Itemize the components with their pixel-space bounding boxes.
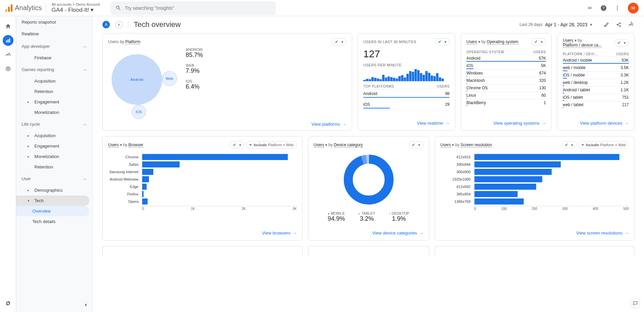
hbar-bar[interactable] <box>474 198 524 205</box>
filter-chip[interactable]: ⏷IncludePlatform = Web <box>578 141 629 149</box>
realtime-platform-row[interactable]: Android98 <box>363 89 450 100</box>
card-status-chip[interactable]: ✔▾ <box>562 141 577 149</box>
nav-section-lifecycle[interactable]: Life cycle︿ <box>16 118 93 130</box>
card-status-chip[interactable]: ✔▾ <box>435 38 450 45</box>
list-row[interactable]: web / tablet217 <box>563 101 629 108</box>
dimension-selector[interactable]: Platform <box>125 39 141 44</box>
list-row[interactable]: Windows674 <box>466 69 546 77</box>
nav-collapse-button[interactable] <box>83 302 89 308</box>
view-platform-devices-link[interactable]: View platform devices→ <box>580 121 629 126</box>
hbar-bar[interactable] <box>474 161 561 167</box>
search-box[interactable] <box>111 1 276 15</box>
list-row[interactable]: Android / mobile53K <box>563 57 629 64</box>
view-platforms-link[interactable]: View platforms→ <box>311 122 346 127</box>
rail-home[interactable] <box>3 21 13 32</box>
dimension-selector[interactable]: Device category <box>334 143 363 148</box>
filter-chip[interactable]: ⏷IncludePlatform = Web <box>246 141 297 149</box>
nav-tech[interactable]: ▾Tech <box>16 195 89 206</box>
rail-reports[interactable] <box>3 35 13 46</box>
nav-lc-engagement[interactable]: ▸Engagement <box>16 141 93 151</box>
hbar-bar[interactable] <box>142 198 148 205</box>
nav-games-acquisition[interactable]: Acquisition <box>16 76 93 86</box>
more-vert-icon[interactable] <box>614 5 620 11</box>
nav-tech-overview[interactable]: Overview <box>16 206 89 216</box>
product-logo[interactable]: Analytics <box>5 4 42 12</box>
metric-selector[interactable]: Users <box>563 38 573 43</box>
list-row[interactable]: iOS5K <box>466 62 546 69</box>
list-row[interactable]: Android57K <box>466 55 546 62</box>
bubble-android[interactable]: Android <box>112 54 162 105</box>
list-row[interactable]: iOS / tablet751 <box>563 94 629 101</box>
nav-games-retention[interactable]: Retention <box>16 86 93 97</box>
list-row[interactable]: Macintosh320 <box>466 77 546 84</box>
nav-lc-acquisition[interactable]: ▸Acquisition <box>16 130 93 141</box>
hbar-bar[interactable] <box>142 161 180 167</box>
dimension-selector[interactable]: Platform / device ca... <box>563 43 602 48</box>
card-status-chip[interactable]: ✔▾ <box>531 38 546 45</box>
list-row[interactable]: BlackBerry1 <box>466 99 546 106</box>
hbar-bar[interactable] <box>474 184 536 190</box>
realtime-platform-row[interactable]: iOS29 <box>363 100 450 111</box>
hbar-bar[interactable] <box>474 176 543 182</box>
list-row[interactable]: Linux60 <box>466 92 546 99</box>
metric-selector[interactable]: Users <box>108 143 119 148</box>
share-icon[interactable] <box>616 22 622 28</box>
nav-realtime[interactable]: Realtime <box>16 28 93 40</box>
nav-lc-monetization[interactable]: ▸Monetization <box>16 151 93 162</box>
avatar[interactable]: M <box>628 3 639 13</box>
nav-section-appdev[interactable]: App developer︿ <box>16 40 93 53</box>
dimension-selector[interactable]: Browser <box>128 143 143 148</box>
hbar-bar[interactable] <box>142 184 147 190</box>
nav-tech-details[interactable]: Tech details <box>16 216 93 227</box>
hbar-bar[interactable] <box>474 154 620 160</box>
date-range-picker[interactable]: Last 28 days Apr 1 - Apr 28, 2023 ▾ <box>520 22 592 27</box>
metric-selector[interactable]: Users <box>440 143 451 148</box>
nav-demographics[interactable]: ▸Demographics <box>16 185 93 195</box>
nav-games-engagement[interactable]: ▸Engagement <box>16 97 93 107</box>
list-row[interactable]: Chrome OS130 <box>466 84 546 92</box>
rail-advertising[interactable] <box>3 63 13 74</box>
view-screen-resolutions-link[interactable]: View screen resolutions→ <box>576 230 629 236</box>
hbar-bar[interactable] <box>142 191 144 197</box>
audience-chip[interactable]: A <box>102 21 110 28</box>
apps-icon[interactable] <box>587 5 593 11</box>
help-icon[interactable]: ? <box>600 5 607 11</box>
dimension-selector[interactable]: Screen resolution <box>461 143 492 148</box>
rail-explore[interactable] <box>3 49 13 60</box>
nav-lc-retention[interactable]: Retention <box>16 162 93 172</box>
bubble-web[interactable]: Web <box>162 71 177 86</box>
list-row[interactable]: web / desktop1.2K <box>563 79 629 86</box>
hbar-bar[interactable] <box>474 191 518 197</box>
metric-selector[interactable]: Users <box>466 39 477 44</box>
metric-selector[interactable]: Users <box>314 143 324 148</box>
hbar-bar[interactable] <box>142 176 149 182</box>
card-status-chip[interactable]: ✔▾ <box>229 141 244 149</box>
nav-games-monetization[interactable]: Monetization <box>16 107 93 118</box>
bubble-ios[interactable]: iOS <box>132 105 146 119</box>
hbar-bar[interactable] <box>142 154 288 160</box>
insights-icon[interactable] <box>628 22 635 28</box>
list-row[interactable]: iOS / mobile3.3K <box>563 71 629 79</box>
search-input[interactable] <box>125 5 271 11</box>
view-realtime-link[interactable]: View realtime→ <box>417 121 450 126</box>
dimension-selector[interactable]: Operating system <box>487 39 518 44</box>
nav-section-user[interactable]: User︿ <box>16 172 93 185</box>
view-browsers-link[interactable]: View browsers→ <box>262 230 297 236</box>
card-status-chip[interactable]: ✔▾ <box>614 39 629 46</box>
nav-snapshot[interactable]: Reports snapshot <box>16 16 93 28</box>
feedback-button[interactable] <box>631 299 640 308</box>
nav-firebase[interactable]: Firebase <box>16 53 93 63</box>
hbar-bar[interactable] <box>474 169 552 175</box>
view-os-link[interactable]: View operating systems→ <box>493 121 546 126</box>
list-row[interactable]: Android / tablet1.1K <box>563 86 629 94</box>
account-selector[interactable]: All accounts > Demo Account GA4 - Flood-… <box>46 2 100 14</box>
card-status-chip[interactable]: ✔▾ <box>409 141 424 149</box>
rail-admin[interactable] <box>3 298 13 309</box>
add-comparison-button[interactable]: + <box>115 21 123 28</box>
hbar-bar[interactable] <box>142 169 153 175</box>
list-row[interactable]: web / mobile3.5K <box>563 64 629 71</box>
edit-report-icon[interactable] <box>604 22 610 28</box>
nav-section-games[interactable]: Games reporting︿ <box>16 63 93 76</box>
card-status-chip[interactable]: ✔▾ <box>332 38 346 45</box>
view-device-categories-link[interactable]: View device categories→ <box>372 230 424 236</box>
